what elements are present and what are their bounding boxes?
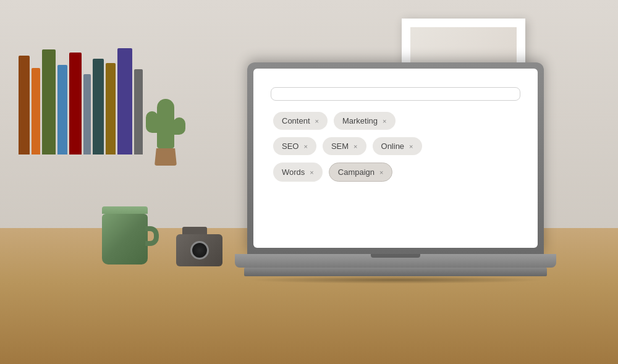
book-4 <box>69 53 82 154</box>
tag-marketing[interactable]: Marketing× <box>334 112 396 130</box>
scene: Content×Marketing×SEO×SEM×Online×Words×C… <box>0 0 618 364</box>
camera-top <box>182 227 207 234</box>
mug-body <box>102 214 148 265</box>
laptop-shadow <box>247 276 544 284</box>
tags-row-0: Content×Marketing× <box>273 112 518 130</box>
laptop-screen: Content×Marketing×SEO×SEM×Online×Words×C… <box>253 69 538 248</box>
book-1 <box>32 68 40 154</box>
tag-online[interactable]: Online× <box>373 137 422 155</box>
laptop: Content×Marketing×SEO×SEM×Online×Words×C… <box>229 62 562 284</box>
laptop-lid: Content×Marketing×SEO×SEM×Online×Words×C… <box>247 62 544 254</box>
laptop-screen-wrapper: Content×Marketing×SEO×SEM×Online×Words×C… <box>229 62 562 284</box>
tag-label: Content <box>282 116 310 125</box>
cactus-body <box>157 99 174 148</box>
tag-remove-icon[interactable]: × <box>353 143 357 150</box>
tag-words[interactable]: Words× <box>273 163 323 182</box>
tag-label: SEO <box>282 142 298 151</box>
camera-body <box>176 234 222 266</box>
book-7 <box>106 63 116 154</box>
tag-label: Marketing <box>342 116 378 125</box>
book-6 <box>93 59 104 154</box>
book-3 <box>57 65 67 154</box>
book-9 <box>134 69 143 154</box>
tag-remove-icon[interactable]: × <box>383 117 386 125</box>
laptop-hinge <box>371 254 420 258</box>
camera <box>176 227 222 264</box>
screen-content: Content×Marketing×SEO×SEM×Online×Words×C… <box>253 69 538 248</box>
laptop-keyboard <box>244 268 547 276</box>
cactus-arm-right <box>173 117 185 135</box>
camera-lens <box>190 241 209 260</box>
tag-label: Online <box>381 142 405 151</box>
books-container <box>19 31 143 154</box>
laptop-base <box>235 254 556 268</box>
mug-rim <box>102 206 148 214</box>
tags-row-1: SEO×SEM×Online× <box>273 137 518 155</box>
tag-campaign[interactable]: Campaign× <box>329 163 393 182</box>
tags-row-2: Words×Campaign× <box>273 163 518 182</box>
tag-content[interactable]: Content× <box>273 112 328 130</box>
book-5 <box>83 74 91 154</box>
tags-section: Content×Marketing×SEO×SEM×Online×Words×C… <box>271 112 520 182</box>
tag-remove-icon[interactable]: × <box>310 169 313 176</box>
cactus <box>154 99 177 166</box>
cactus-pot-container <box>154 148 177 166</box>
mug <box>102 206 151 262</box>
search-bar[interactable] <box>271 87 520 101</box>
book-0 <box>19 56 30 154</box>
tag-seo[interactable]: SEO× <box>273 137 316 155</box>
tag-label: SEM <box>331 142 349 151</box>
cactus-arm-left <box>146 111 158 133</box>
tag-remove-icon[interactable]: × <box>379 169 383 176</box>
tag-remove-icon[interactable]: × <box>303 143 307 150</box>
tag-remove-icon[interactable]: × <box>315 117 319 125</box>
tag-label: Campaign <box>338 167 375 177</box>
tag-label: Words <box>282 167 305 177</box>
tag-remove-icon[interactable]: × <box>409 143 413 150</box>
tag-sem[interactable]: SEM× <box>323 137 366 155</box>
book-8 <box>117 48 132 154</box>
book-2 <box>42 49 56 154</box>
